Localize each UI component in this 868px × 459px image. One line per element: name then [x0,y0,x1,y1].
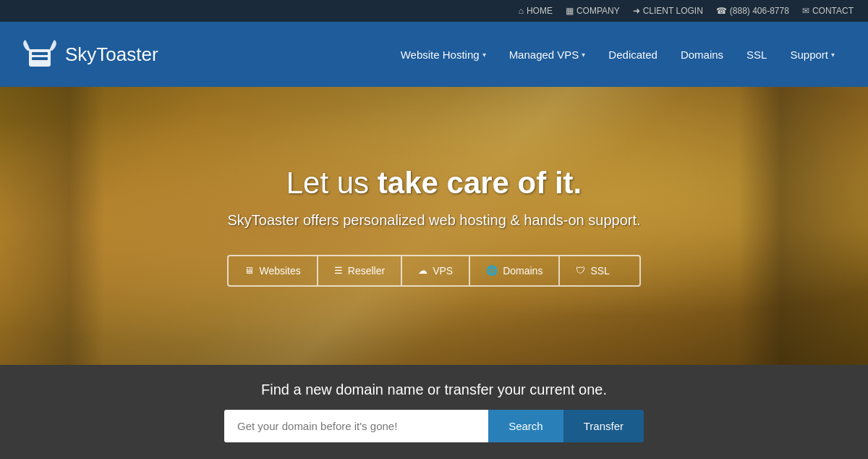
hero-content: Let us take care of it. SkyToaster offer… [227,166,640,287]
phone-icon: ☎ [716,6,727,16]
hero-btn-reseller[interactable]: ☰ Reseller [318,256,402,285]
chevron-down-icon: ▾ [482,51,486,59]
home-icon: ⌂ [519,6,524,16]
logo[interactable]: SkyToaster [22,36,389,72]
logo-icon [22,36,58,72]
nav-links: Website Hosting ▾ Managed VPS ▾ Dedicate… [389,41,846,68]
nav-item-domains[interactable]: Domains [669,41,735,68]
nav-item-ssl[interactable]: SSL [735,41,778,68]
globe-icon: 🌐 [486,265,498,276]
topbar-phone-link[interactable]: ☎ (888) 406-8778 [716,6,789,16]
domain-search-bar: Search Transfer [224,410,644,442]
chevron-down-icon: ▾ [831,51,835,59]
domain-transfer-button[interactable]: Transfer [563,410,644,442]
domain-title: Find a new domain name or transfer your … [261,382,607,398]
hero-btn-websites[interactable]: 🖥 Websites [229,256,318,285]
top-bar: ⌂ HOME ▦ COMPANY ➜ CLIENT LOGIN ☎ (888) … [0,0,868,22]
hero-btn-vps[interactable]: ☁ VPS [402,256,470,285]
login-icon: ➜ [633,6,640,16]
hero-btn-domains[interactable]: 🌐 Domains [470,256,560,285]
topbar-client-login-link[interactable]: ➜ CLIENT LOGIN [633,6,703,16]
hero-subtitle: SkyToaster offers personalized web hosti… [227,212,640,229]
chevron-down-icon: ▾ [582,51,585,59]
svg-rect-1 [32,52,48,55]
topbar-home-link[interactable]: ⌂ HOME [519,6,553,16]
domain-search-input[interactable] [224,410,488,442]
company-icon: ▦ [566,6,574,16]
navbar: SkyToaster Website Hosting ▾ Managed VPS… [0,22,868,87]
shield-icon: 🛡 [576,265,585,276]
domain-search-button[interactable]: Search [488,410,563,442]
monitor-icon: 🖥 [244,265,254,276]
hero-section: Let us take care of it. SkyToaster offer… [0,87,868,365]
topbar-contact-link[interactable]: ✉ CONTACT [802,6,854,16]
nav-item-support[interactable]: Support ▾ [778,41,846,68]
hero-buttons: 🖥 Websites ☰ Reseller ☁ VPS 🌐 Domains 🛡 … [227,255,640,287]
svg-rect-2 [32,57,48,60]
reseller-icon: ☰ [334,265,343,276]
nav-item-managed-vps[interactable]: Managed VPS ▾ [498,41,597,68]
hero-title: Let us take care of it. [227,166,640,201]
mail-icon: ✉ [802,6,809,16]
nav-item-dedicated[interactable]: Dedicated [597,41,669,68]
nav-item-website-hosting[interactable]: Website Hosting ▾ [389,41,498,68]
topbar-company-link[interactable]: ▦ COMPANY [566,6,620,16]
hero-btn-ssl[interactable]: 🛡 SSL [560,256,625,285]
cloud-icon: ☁ [418,265,427,276]
domain-section: Find a new domain name or transfer your … [0,365,868,459]
